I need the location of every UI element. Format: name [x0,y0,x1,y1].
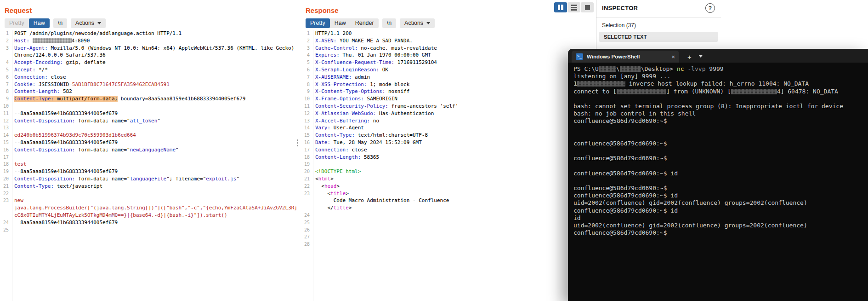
code-line: 10X-Frame-Options: SAMEORIGIN [301,95,595,103]
code-line: 20Content-Disposition: form-data; name="… [0,175,296,183]
terminal-line: PS C:\U\\Desktop> nc -lvvp 9999 [573,65,868,73]
terminal-body[interactable]: PS C:\U\\Desktop> nc -lvvp 9999listening… [568,63,868,301]
code-line: 24--8aa5aaa8159e41b688333944005ef679-- [0,219,296,226]
line-number: 8 [301,81,312,88]
code-line: 5Accept: */* [0,66,296,74]
code-line: 22 <head> [301,183,595,190]
inspector-selection-label: Selection (37) [602,22,636,29]
line-number: 11 [0,110,11,117]
terminal-line: id [573,214,868,222]
redacted-text [620,66,641,72]
code-line: 1POST /admin/plugins/newcode/addlanguage… [0,30,296,37]
line-number [0,212,11,219]
chevron-down-icon [426,22,430,24]
terminal-tab[interactable]: >_ Windows PowerShell × [572,51,679,63]
line-number: 2 [301,37,312,45]
panel-splitter-handle[interactable] [297,139,298,141]
code-line: 4Accept-Encoding: gzip, deflate [0,59,296,66]
layout-columns-button[interactable] [554,2,567,12]
response-newline-button[interactable]: \n [382,18,396,28]
line-number: 21 [301,175,312,183]
code-line: 1HTTP/1.1 200 [301,30,595,37]
tab-dropdown-icon[interactable] [699,55,703,58]
request-actions-button[interactable]: Actions [71,18,106,28]
inspector-title: INSPECTOR [602,5,638,12]
powershell-window: >_ Windows PowerShell × + PS C:\U\\Deskt… [568,49,868,301]
line-number: 17 [301,146,312,154]
line-number: 4 [301,52,312,59]
response-title: Response [306,6,339,14]
terminal-line: confluence@586d79cd0690:~$ [573,155,868,162]
code-line: 12Content-Disposition: form-data; name="… [0,117,296,125]
code-line: Code Macro Administration - Confluence [301,197,595,204]
request-editor[interactable]: 1POST /admin/plugins/newcode/addlanguage… [0,30,296,233]
line-number: 4 [0,59,11,66]
layout-single-button[interactable] [581,2,594,12]
code-line: 18test [0,161,296,168]
code-line: 17 [0,154,296,161]
line-number: 26 [301,226,312,234]
code-line: 12X-Atlassian-WebSudo: Has-Authenticatio… [301,110,595,117]
layout-rows-button[interactable] [567,2,580,12]
single-view-icon [585,5,590,10]
line-number: 25 [301,219,312,226]
line-number: 15 [301,132,312,139]
line-number: 17 [0,154,11,161]
line-number: 21 [0,183,11,190]
line-number: 13 [301,117,312,125]
line-number: 12 [0,117,11,125]
code-line: 20<!DOCTYPE html> [301,168,595,175]
line-number: 16 [301,139,312,146]
line-number [0,52,11,59]
line-number: 5 [301,59,312,66]
line-number: 20 [301,168,312,175]
screen: Request PrettyRaw \n Actions 1POST /admi… [0,0,868,301]
code-line: 5X-Confluence-Request-Time: 171691152910… [301,59,595,66]
line-number: 19 [0,168,11,175]
terminal-line: uid=2002(confluence) gid=2002(confluence… [573,222,868,229]
code-line: 4Expires: Thu, 01 Jan 1970 00:00:00 GMT [301,52,595,59]
terminal-line: confluence@586d79cd0690:~$ id [573,207,868,214]
line-number: 23 [301,190,312,197]
terminal-line [573,177,868,185]
new-tab-button[interactable]: + [687,53,692,60]
selected-text-section-header[interactable]: SELECTED TEXT [599,32,718,42]
response-editor[interactable]: 1HTTP/1.1 2002X-ASEN: YOU MAKE ME A SAD … [301,30,595,248]
line-number: 9 [0,95,11,103]
code-line: 18Content-Length: 58365 [301,154,595,161]
code-line: </title> [301,204,595,212]
code-line: 17Connection: close [301,146,595,154]
terminal-tab-title: Windows PowerShell [587,54,668,59]
request-newline-button[interactable]: \n [53,18,67,28]
line-number: 18 [301,154,312,161]
code-line: 16Date: Tue, 28 May 2024 15:52:09 GMT [301,139,595,146]
tab-close-icon[interactable]: × [671,54,675,60]
redacted-text [577,81,625,87]
line-number: 28 [301,241,312,248]
terminal-titlebar[interactable]: >_ Windows PowerShell × + [568,49,868,63]
code-line: 14Vary: User-Agent [301,124,595,132]
line-number: 10 [0,103,11,110]
code-line: 15Content-Type: text/html;charset=UTF-8 [301,132,595,139]
response-actions-button[interactable]: Actions [400,18,435,28]
tab-pretty[interactable]: Pretty [306,18,330,28]
response-tabs-row: PrettyRawRender \n Actions [306,18,435,28]
line-number: 1 [0,30,11,37]
code-line: 23new [0,197,296,204]
help-icon[interactable]: ? [705,3,715,13]
terminal-line [573,125,868,133]
line-number: 3 [0,45,11,52]
line-number: 22 [0,190,11,197]
line-number: 18 [0,161,11,168]
line-number: 24 [301,212,312,219]
code-line: 21<html> [301,175,595,183]
tab-render[interactable]: Render [351,18,379,28]
line-number: 15 [0,139,11,146]
tab-raw[interactable]: Raw [330,18,351,28]
tab-raw[interactable]: Raw [29,18,50,28]
code-line: 6Connection: close [0,74,296,81]
line-number: 13 [0,124,11,132]
tab-pretty[interactable]: Pretty [5,18,29,28]
terminal-line [573,162,868,169]
line-number: 14 [301,124,312,132]
